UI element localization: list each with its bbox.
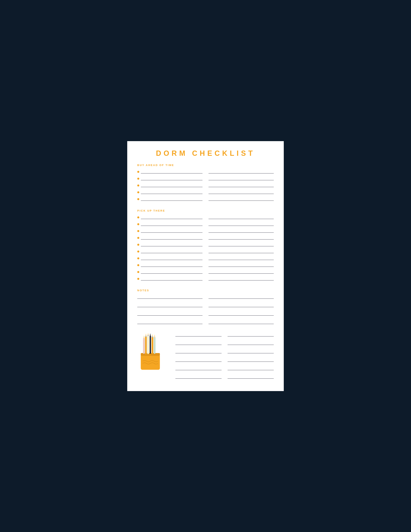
bullet-icon: [137, 216, 139, 218]
bullet-icon: [137, 198, 139, 200]
plain-line: [208, 170, 274, 173]
pick-up-title: PICK UP THERE: [137, 209, 274, 212]
list-item: [137, 256, 203, 260]
svg-rect-8: [150, 336, 151, 354]
bullet-icon: [137, 264, 139, 266]
svg-marker-11: [152, 334, 153, 336]
list-item: [137, 229, 203, 233]
buy-ahead-right-col: [208, 170, 274, 204]
list-item: [137, 263, 203, 267]
bottom-section: [137, 331, 274, 383]
note-line: [208, 320, 274, 324]
plain-line: [208, 215, 274, 219]
bottom-line: [175, 349, 222, 353]
plain-line: [208, 270, 274, 274]
bullet-icon: [137, 191, 139, 193]
note-line: [208, 303, 274, 307]
plain-line: [208, 249, 274, 253]
notes-section: NOTES: [137, 289, 274, 328]
pick-up-list: [137, 215, 274, 283]
plain-line: [208, 242, 274, 246]
bullet-icon: [137, 244, 139, 246]
bullet-icon: [137, 251, 139, 253]
list-item: [137, 270, 203, 274]
plain-line: [208, 263, 274, 267]
buy-ahead-title: BUY AHEAD OF TIME: [137, 164, 274, 167]
list-item: [137, 222, 203, 226]
plain-line: [208, 190, 274, 194]
svg-rect-15: [143, 338, 145, 354]
svg-rect-13: [154, 337, 155, 354]
svg-rect-5: [148, 335, 149, 354]
list-item: [137, 249, 203, 253]
bottom-line: [228, 332, 274, 336]
plain-line: [208, 183, 274, 187]
buy-ahead-section: BUY AHEAD OF TIME: [137, 164, 274, 204]
svg-marker-3: [145, 333, 147, 336]
list-item: [137, 183, 203, 187]
bottom-line: [228, 375, 274, 379]
svg-rect-10: [152, 336, 153, 354]
bullet-icon: [137, 271, 139, 273]
bullet-icon: [137, 223, 139, 225]
bottom-line: [228, 366, 274, 370]
list-item: [137, 215, 203, 219]
pencil-cup-illustration: [137, 332, 163, 373]
bottom-line: [228, 341, 274, 345]
checklist-page: DORM CHECKLIST BUY AHEAD OF TIME: [127, 141, 284, 391]
list-item: [137, 242, 203, 246]
notes-right-col: [208, 295, 274, 328]
bullet-icon: [137, 171, 139, 173]
svg-rect-7: [148, 335, 149, 336]
bullet-icon: [137, 257, 139, 259]
note-line: [137, 320, 203, 324]
svg-rect-0: [141, 354, 160, 370]
bottom-line: [175, 341, 222, 345]
buy-ahead-left-col: [137, 170, 203, 204]
plain-line: [208, 176, 274, 180]
svg-rect-2: [145, 336, 147, 354]
plain-line: [208, 256, 274, 260]
plain-line: [208, 229, 274, 233]
svg-rect-12: [152, 336, 153, 337]
bullet-icon: [137, 184, 139, 187]
bullet-icon: [137, 178, 139, 180]
svg-marker-14: [154, 334, 155, 337]
bottom-line: [175, 375, 222, 379]
list-item: [137, 276, 203, 280]
plain-line: [208, 276, 274, 280]
bottom-line: [175, 358, 222, 362]
pencil-cup-container: [137, 331, 169, 373]
bottom-line: [175, 332, 222, 336]
notes-left-col: [137, 295, 203, 328]
svg-rect-4: [145, 336, 147, 337]
notes-grid: [137, 295, 274, 328]
plain-line: [208, 222, 274, 226]
list-item: [137, 236, 203, 239]
svg-marker-16: [143, 335, 145, 338]
buy-ahead-list: [137, 170, 274, 204]
pick-up-left-col: [137, 215, 203, 283]
bottom-line: [228, 358, 274, 362]
bullet-icon: [137, 237, 139, 239]
list-item: [137, 190, 203, 194]
list-item: [137, 170, 203, 173]
pick-up-right-col: [208, 215, 274, 283]
svg-marker-9: [150, 333, 151, 336]
bottom-line: [228, 349, 274, 353]
plain-line: [208, 197, 274, 201]
bottom-line: [175, 366, 222, 370]
bottom-left-lines: [175, 331, 222, 383]
list-item: [137, 197, 203, 201]
plain-line: [208, 236, 274, 239]
bullet-icon: [137, 278, 139, 280]
note-line: [208, 295, 274, 299]
page-title: DORM CHECKLIST: [137, 149, 274, 158]
bottom-right-lines: [228, 331, 274, 383]
note-line: [208, 312, 274, 316]
list-item: [137, 176, 203, 180]
note-line: [137, 303, 203, 307]
pick-up-section: PICK UP THERE: [137, 209, 274, 283]
note-line: [137, 312, 203, 316]
note-line: [137, 295, 203, 299]
